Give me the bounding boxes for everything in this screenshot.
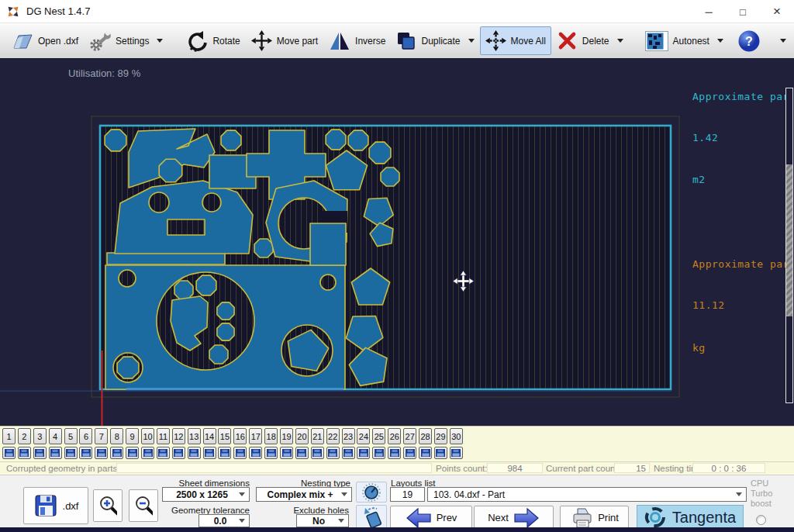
sheet-save-9[interactable]	[126, 447, 139, 459]
sheet-save-26[interactable]	[388, 447, 401, 459]
layouts-list-select[interactable]: 103. 04.dxf - Part	[427, 487, 747, 502]
sheet-tab-5[interactable]: 5	[64, 428, 78, 444]
autonest-button[interactable]: Autonest	[640, 27, 729, 55]
open-dxf-button[interactable]: Open .dxf	[6, 27, 84, 55]
sheet-save-6[interactable]	[79, 447, 92, 459]
help-dropdown-caret[interactable]	[780, 39, 786, 43]
sheet-tab-2[interactable]: 2	[18, 428, 31, 444]
sheet-tab-20[interactable]: 20	[295, 428, 309, 444]
sheet-tab-4[interactable]: 4	[49, 428, 62, 444]
sheet-tab-30[interactable]: 30	[450, 428, 463, 444]
sheet-tab-12[interactable]: 12	[172, 428, 185, 444]
nesting-settings-button[interactable]	[356, 482, 387, 503]
sheet-tab-23[interactable]: 23	[342, 428, 355, 444]
settings-button[interactable]: Settings	[84, 26, 168, 56]
sheet-tab-9[interactable]: 9	[126, 428, 139, 444]
nesting-sheet-drawing[interactable]	[0, 59, 794, 426]
sheet-tab-16[interactable]: 16	[233, 428, 247, 444]
sheet-save-4[interactable]	[49, 447, 62, 459]
sheet-save-10[interactable]	[141, 447, 154, 459]
sheet-save-28[interactable]	[419, 447, 432, 459]
sheet-tab-22[interactable]: 22	[326, 428, 340, 444]
delete-button[interactable]: Delete	[551, 26, 629, 55]
sheet-tab-strip: 1234567891011121314151617181920212223242…	[0, 426, 794, 461]
prev-layout-button[interactable]: Prev	[390, 506, 472, 530]
minimize-button[interactable]: ─	[692, 0, 726, 23]
sheet-dimensions-select[interactable]: 2500 x 1265	[162, 487, 250, 502]
sheet-tab-8[interactable]: 8	[110, 428, 123, 444]
sheet-save-5[interactable]	[64, 447, 78, 459]
duplicate-button[interactable]: Duplicate	[391, 27, 479, 55]
nesting-type-select[interactable]: Complex mix +	[256, 487, 352, 502]
sheet-tab-6[interactable]: 6	[79, 428, 92, 444]
next-layout-button[interactable]: Next	[474, 506, 554, 530]
move-all-button[interactable]: Move All	[480, 26, 551, 55]
sheet-save-24[interactable]	[357, 447, 370, 459]
sheet-save-22[interactable]	[326, 447, 340, 459]
sheet-tab-26[interactable]: 26	[388, 428, 401, 444]
sheet-tab-17[interactable]: 17	[249, 428, 262, 444]
print-button[interactable]: Print	[560, 506, 629, 530]
save-dxf-button[interactable]: .dxf	[23, 487, 88, 524]
maximize-button[interactable]: □	[726, 0, 760, 23]
sheet-save-29[interactable]	[434, 447, 447, 459]
duplicate-dropdown-caret[interactable]	[468, 39, 475, 43]
tangenta-brand-button[interactable]: Tangenta	[637, 505, 744, 530]
zoom-out-button[interactable]	[129, 489, 158, 522]
autonest-icon	[645, 31, 668, 51]
rotate-button[interactable]: Rotate	[179, 26, 245, 56]
sheet-save-15[interactable]	[218, 447, 231, 459]
layouts-index-field[interactable]: 19	[390, 487, 425, 502]
sheet-save-18[interactable]	[264, 447, 278, 459]
sheet-tab-19[interactable]: 19	[280, 428, 293, 444]
sheet-tab-27[interactable]: 27	[403, 428, 416, 444]
sheet-tab-28[interactable]: 28	[419, 428, 432, 444]
sheet-save-16[interactable]	[233, 447, 247, 459]
zoom-in-button[interactable]	[93, 489, 123, 522]
sheet-save-25[interactable]	[372, 447, 385, 459]
sheet-tab-29[interactable]: 29	[434, 428, 447, 444]
sheet-save-19[interactable]	[280, 447, 293, 459]
sheet-save-12[interactable]	[172, 447, 185, 459]
close-button[interactable]: ×	[760, 0, 794, 23]
sheet-save-20[interactable]	[295, 447, 309, 459]
scrollbar-thumb[interactable]	[786, 164, 792, 316]
sheet-save-27[interactable]	[403, 447, 416, 459]
sheet-save-17[interactable]	[249, 447, 262, 459]
sheet-save-7[interactable]	[95, 447, 108, 459]
rotate-sheet-button[interactable]	[356, 505, 387, 529]
sheet-tab-25[interactable]: 25	[372, 428, 385, 444]
sheet-save-2[interactable]	[18, 447, 31, 459]
sheet-tab-3[interactable]: 3	[33, 428, 47, 444]
sheet-save-14[interactable]	[203, 447, 216, 459]
sheet-save-13[interactable]	[188, 447, 201, 459]
sheet-tab-21[interactable]: 21	[311, 428, 324, 444]
sheet-save-23[interactable]	[342, 447, 355, 459]
nesting-canvas[interactable]: Utilisation: 89 % Approximate par 1.42 m…	[0, 59, 794, 426]
vertical-scrollbar[interactable]	[785, 88, 793, 403]
sheet-save-30[interactable]	[450, 447, 463, 459]
sheet-tab-10[interactable]: 10	[141, 428, 154, 444]
geometry-tolerance-select[interactable]: 0.0	[198, 514, 250, 527]
sheet-save-3[interactable]	[33, 447, 47, 459]
exclude-holes-select[interactable]: No	[296, 514, 349, 527]
help-button[interactable]: ?	[732, 26, 766, 57]
autonest-dropdown-caret[interactable]	[717, 39, 723, 43]
sheet-tab-11[interactable]: 11	[157, 428, 170, 444]
sheet-tab-7[interactable]: 7	[95, 428, 108, 444]
sheet-save-1[interactable]	[2, 447, 16, 459]
sheet-tab-14[interactable]: 14	[203, 428, 216, 444]
sheet-tab-15[interactable]: 15	[218, 428, 231, 444]
sheet-tab-1[interactable]: 1	[2, 428, 16, 444]
cpu-turbo-boost-radio[interactable]	[756, 515, 766, 525]
inverse-button[interactable]: Inverse	[323, 27, 391, 55]
delete-dropdown-caret[interactable]	[617, 39, 623, 43]
sheet-save-8[interactable]	[110, 447, 123, 459]
sheet-tab-13[interactable]: 13	[188, 428, 201, 444]
move-part-button[interactable]: Move part	[246, 26, 323, 55]
sheet-tab-18[interactable]: 18	[264, 428, 278, 444]
sheet-save-21[interactable]	[311, 447, 324, 459]
sheet-save-11[interactable]	[157, 447, 170, 459]
settings-dropdown-caret[interactable]	[157, 39, 163, 43]
sheet-tab-24[interactable]: 24	[357, 428, 370, 444]
